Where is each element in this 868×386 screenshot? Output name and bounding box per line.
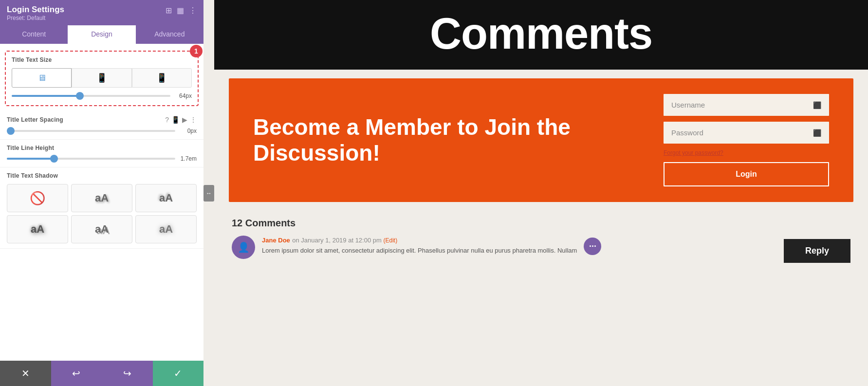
comment-edit-link[interactable]: (Edit) xyxy=(383,237,397,244)
more-options-button[interactable]: ··· xyxy=(584,238,601,255)
login-tagline: Become a Member to Join the Discussion! xyxy=(253,114,634,166)
resize-handle[interactable]: ↔ xyxy=(203,0,214,386)
login-section: Become a Member to Join the Discussion! … xyxy=(229,78,853,202)
right-panel: Comments Become a Member to Join the Dis… xyxy=(214,0,868,386)
text-size-slider-fill xyxy=(12,95,80,97)
panel-bottom-bar: ✕ ↩ ↪ ✓ xyxy=(0,361,203,386)
letter-spacing-slider-row: 0px xyxy=(7,128,197,134)
line-height-slider-fill xyxy=(7,158,54,160)
comments-hero: Comments xyxy=(214,0,868,70)
letter-spacing-header: Title Letter Spacing ? 📱 ▶ ⋮ xyxy=(7,116,197,124)
title-text-size-label: Title Text Size xyxy=(12,56,192,63)
device-desktop-btn[interactable]: 🖥 xyxy=(12,68,72,88)
comment-body: Lorem ipsum dolor sit amet, consectetur … xyxy=(262,246,577,256)
undo-icon: ↩ xyxy=(72,368,80,379)
title-text-shadow-section: Title Text Shadow 🚫 aA aA aA aA aA xyxy=(0,167,203,249)
login-button[interactable]: Login xyxy=(664,162,829,186)
line-height-header: Title Line Height xyxy=(7,145,197,151)
tab-design[interactable]: Design xyxy=(68,25,135,44)
shadow-grid: 🚫 aA aA aA aA aA xyxy=(7,184,197,243)
title-text-size-section: 1 Title Text Size 🖥 📱 📱 64px xyxy=(5,51,199,106)
shadow-option-3[interactable]: aA xyxy=(7,215,68,243)
panel-header-left: Login Settings Preset: Default xyxy=(7,5,64,21)
line-height-slider-row: 1.7em xyxy=(7,155,197,162)
comment-content: Jane Doe on January 1, 2019 at 12:00 pm … xyxy=(262,236,577,256)
username-input[interactable]: Username ⬛ xyxy=(664,94,829,116)
line-height-label: Title Line Height xyxy=(7,145,54,151)
expand-icon[interactable]: ⊞ xyxy=(166,6,172,15)
letter-spacing-value: 0px xyxy=(179,128,197,134)
panel-header-icons: ⊞ ▦ ⋮ xyxy=(166,6,197,15)
shadow-option-2[interactable]: aA xyxy=(135,184,197,212)
password-placeholder: Password xyxy=(671,129,703,137)
username-placeholder: Username xyxy=(671,101,705,109)
comments-section: 12 Comments 👤 Jane Doe on January 1, 201… xyxy=(214,211,868,266)
forgot-password-link[interactable]: Forgot your password? xyxy=(664,149,829,156)
tab-advanced[interactable]: Advanced xyxy=(136,25,203,44)
avatar-icon: 👤 xyxy=(238,241,250,253)
comment-author: Jane Doe xyxy=(262,237,290,244)
login-form: Username ⬛ Password ⬛ Forgot your passwo… xyxy=(664,94,829,186)
panel-preset: Preset: Default xyxy=(7,15,64,21)
letter-spacing-icons: ? 📱 ▶ ⋮ xyxy=(165,116,197,124)
device-icons: 🖥 📱 📱 xyxy=(12,68,192,88)
redo-button[interactable]: ↪ xyxy=(102,361,153,386)
title-line-height-section: Title Line Height 1.7em xyxy=(0,140,203,167)
shadow-option-1[interactable]: aA xyxy=(71,184,132,212)
cancel-button[interactable]: ✕ xyxy=(0,361,51,386)
text-shadow-label: Title Text Shadow xyxy=(7,172,197,179)
device-mobile-btn[interactable]: 📱 xyxy=(132,68,192,88)
save-button[interactable]: ✓ xyxy=(153,361,204,386)
panel-title: Login Settings xyxy=(7,5,64,15)
panel-tabs: Content Design Advanced xyxy=(0,25,203,44)
line-height-slider-track[interactable] xyxy=(7,158,175,160)
password-icon: ⬛ xyxy=(813,129,821,137)
tab-content[interactable]: Content xyxy=(0,25,68,44)
line-height-slider-thumb xyxy=(50,155,58,163)
text-size-slider-row: 64px xyxy=(12,92,192,99)
reply-button[interactable]: Reply xyxy=(784,239,850,263)
more-dots-icon: ··· xyxy=(589,241,596,252)
comments-count: 12 Comments xyxy=(232,218,850,229)
line-height-value: 1.7em xyxy=(179,155,197,162)
more-options-icon[interactable]: ⋮ xyxy=(189,6,197,15)
panel-header: Login Settings Preset: Default ⊞ ▦ ⋮ xyxy=(0,0,203,25)
letter-spacing-slider-thumb xyxy=(7,127,15,135)
title-letter-spacing-section: Title Letter Spacing ? 📱 ▶ ⋮ 0px xyxy=(0,111,203,140)
comment-row: 👤 Jane Doe on January 1, 2019 at 12:00 p… xyxy=(232,236,850,259)
comment-meta-row: Jane Doe on January 1, 2019 at 12:00 pm … xyxy=(262,236,577,244)
cancel-icon: ✕ xyxy=(21,368,30,379)
pointer-icon[interactable]: ▶ xyxy=(182,116,187,124)
no-shadow-icon: 🚫 xyxy=(30,191,45,206)
panel-body: 1 Title Text Size 🖥 📱 📱 64px xyxy=(0,44,203,361)
username-icon: ⬛ xyxy=(813,101,821,109)
desktop-icon: 🖥 xyxy=(37,73,46,83)
shadow-option-4[interactable]: aA xyxy=(71,215,132,243)
layout-icon[interactable]: ▦ xyxy=(177,6,184,15)
redo-icon: ↪ xyxy=(123,368,131,379)
hero-title: Comments xyxy=(430,9,652,58)
letter-spacing-slider-track[interactable] xyxy=(7,130,175,132)
device-toggle-icon[interactable]: 📱 xyxy=(171,116,180,124)
password-input[interactable]: Password ⬛ xyxy=(664,122,829,144)
undo-button[interactable]: ↩ xyxy=(51,361,102,386)
mobile-icon: 📱 xyxy=(156,73,167,83)
resize-handle-inner: ↔ xyxy=(203,185,214,202)
device-tablet-btn[interactable]: 📱 xyxy=(72,68,131,88)
save-icon: ✓ xyxy=(174,368,182,379)
help-icon[interactable]: ? xyxy=(165,116,169,124)
text-size-value: 64px xyxy=(174,92,192,99)
comment-avatar: 👤 xyxy=(232,236,255,259)
more-icon[interactable]: ⋮ xyxy=(190,116,197,124)
section-badge: 1 xyxy=(190,45,203,57)
left-panel: Login Settings Preset: Default ⊞ ▦ ⋮ Con… xyxy=(0,0,203,386)
tablet-icon: 📱 xyxy=(96,73,107,83)
shadow-option-none[interactable]: 🚫 xyxy=(7,184,68,212)
shadow-option-5[interactable]: aA xyxy=(135,215,197,243)
letter-spacing-label: Title Letter Spacing xyxy=(7,116,63,123)
text-size-slider-track[interactable] xyxy=(12,95,170,97)
text-size-slider-thumb xyxy=(76,92,84,100)
comment-date: on January 1, 2019 at 12:00 pm xyxy=(292,237,383,244)
